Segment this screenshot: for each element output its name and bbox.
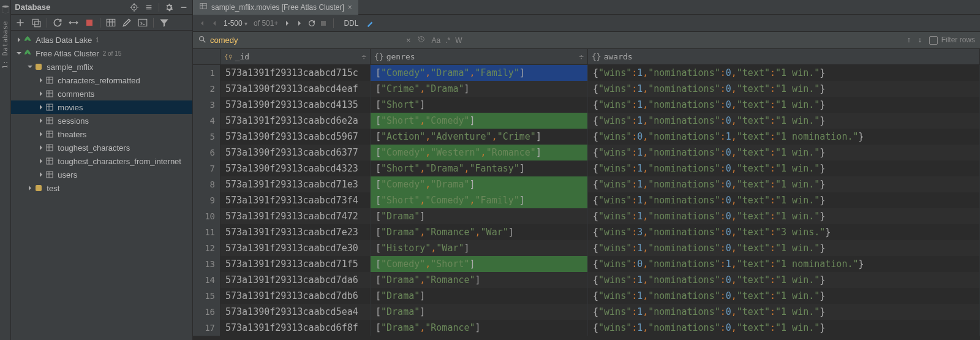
cell-genres[interactable]: ["Drama"] <box>371 304 588 320</box>
minimize-icon[interactable] <box>179 2 189 12</box>
cell-id[interactable]: 573a1391f29313caabcd71f5 <box>221 256 371 272</box>
table-row[interactable]: 9573a1391f29313caabcd73f4["Short", "Come… <box>193 192 980 208</box>
collapse-icon[interactable] <box>144 2 154 12</box>
target-icon[interactable] <box>129 2 139 12</box>
cell-awards[interactable]: {"wins": 1, "nominations": 0, "text": "1… <box>588 320 980 336</box>
add-icon[interactable] <box>15 17 26 28</box>
cell-awards[interactable]: {"wins": 1, "nominations": 0, "text": "1… <box>588 145 980 161</box>
refresh-icon[interactable] <box>52 17 63 28</box>
table-row[interactable]: 11573a1391f29313caabcd7e23["Drama", "Rom… <box>193 224 980 240</box>
col-header-id[interactable]: {⚲_id÷ <box>221 49 371 64</box>
col-header-rownum[interactable] <box>193 49 221 64</box>
cell-genres[interactable]: ["Comedy", "Drama"] <box>371 176 588 192</box>
search-input[interactable] <box>210 36 406 45</box>
prev-page-icon[interactable] <box>211 20 217 26</box>
cell-id[interactable]: 573a1391f29313caabcd71e3 <box>221 176 371 192</box>
table-row[interactable]: 4573a1391f29313caabcd6e2a["Short", "Come… <box>193 113 980 129</box>
prev-match-icon[interactable]: ↑ <box>907 36 911 44</box>
cell-genres[interactable]: ["Drama"] <box>371 208 588 224</box>
tree-node-free-cluster[interactable]: Free Atlas Cluster 2 of 15 <box>11 47 192 60</box>
cell-genres[interactable]: ["Short", "Comedy", "Family"] <box>371 192 588 208</box>
sort-icon[interactable]: ÷ <box>361 52 366 61</box>
cell-awards[interactable]: {"wins": 1, "nominations": 0, "text": "1… <box>588 176 980 192</box>
stop-icon[interactable] <box>84 17 95 28</box>
tree-node-movies[interactable]: movies <box>11 100 192 114</box>
cell-id[interactable]: 573a1391f29313caabcd7e23 <box>221 224 371 240</box>
revert-icon[interactable] <box>320 20 327 27</box>
cell-genres[interactable]: ["Short"] <box>371 97 588 113</box>
ddl-button[interactable]: DDL <box>340 19 362 28</box>
cell-genres[interactable]: ["Action", "Adventure", "Crime"] <box>371 129 588 145</box>
duplicate-icon[interactable] <box>31 17 42 28</box>
tree-node-toughest_characters[interactable]: toughest_characters <box>11 141 192 154</box>
sort-icon[interactable]: ÷ <box>579 52 584 61</box>
search-opt[interactable]: .* <box>445 36 450 45</box>
cell-id[interactable]: 573a1391f29313caabcd6e2a <box>221 113 371 129</box>
tree-node-toughest_characters_from_internet[interactable]: toughest_characters_from_internet <box>11 154 192 168</box>
table-row[interactable]: 13573a1391f29313caabcd71f5["Comedy", "Sh… <box>193 256 980 272</box>
table-row[interactable]: 15573a1391f29313caabcd7db6["Drama"]{"win… <box>193 288 980 304</box>
table-row[interactable]: 7573a1390f29313caabcd4323["Short", "Dram… <box>193 161 980 176</box>
cell-awards[interactable]: {"wins": 1, "nominations": 0, "text": "1… <box>588 65 980 81</box>
cell-genres[interactable]: ["Comedy", "Drama", "Family"] <box>371 65 588 81</box>
cell-id[interactable]: 573a1390f29313caabcd5ea4 <box>221 304 371 320</box>
tree-node-characters_reformatted[interactable]: characters_reformatted <box>11 74 192 87</box>
database-tool-icon[interactable] <box>1 5 10 13</box>
table-row[interactable]: 1573a1391f29313caabcd715c["Comedy", "Dra… <box>193 65 980 81</box>
cell-awards[interactable]: {"wins": 0, "nominations": 1, "text": "1… <box>588 256 980 272</box>
cell-awards[interactable]: {"wins": 1, "nominations": 0, "text": "1… <box>588 288 980 304</box>
table-row[interactable]: 2573a1390f29313caabcd4eaf["Crime", "Dram… <box>193 81 980 97</box>
console-icon[interactable] <box>137 17 148 28</box>
first-page-icon[interactable] <box>198 20 205 27</box>
search-history-icon[interactable] <box>417 35 426 45</box>
tree-node-atlas-data-lake[interactable]: Atlas Data Lake 1 <box>11 33 192 47</box>
filter-rows-toggle[interactable]: Filter rows <box>929 36 975 45</box>
table-row[interactable]: 5573a1390f29313caabcd5967["Action", "Adv… <box>193 129 980 145</box>
tree-node-comments[interactable]: comments <box>11 87 192 100</box>
cell-id[interactable]: 573a1390f29313caabcd4135 <box>221 97 371 113</box>
table-row[interactable]: 6573a1390f29313caabcd6377["Comedy", "Wes… <box>193 145 980 161</box>
cell-genres[interactable]: ["Drama"] <box>371 288 588 304</box>
cell-id[interactable]: 573a1390f29313caabcd4eaf <box>221 81 371 97</box>
cell-awards[interactable]: {"wins": 1, "nominations": 0, "text": "1… <box>588 208 980 224</box>
cell-genres[interactable]: ["Short", "Drama", "Fantasy"] <box>371 161 588 176</box>
table-row[interactable]: 16573a1390f29313caabcd5ea4["Drama"]{"win… <box>193 304 980 320</box>
tree-node-theaters[interactable]: theaters <box>11 127 192 141</box>
table-row[interactable]: 10573a1391f29313caabcd7472["Drama"]{"win… <box>193 208 980 224</box>
edit-icon[interactable] <box>121 17 132 28</box>
table-icon[interactable] <box>105 17 116 28</box>
tree-node-sessions[interactable]: sessions <box>11 114 192 127</box>
filter-icon[interactable] <box>159 17 170 28</box>
cell-id[interactable]: 573a1391f29313caabcd7db6 <box>221 288 371 304</box>
reload-icon[interactable] <box>307 19 316 28</box>
cell-awards[interactable]: {"wins": 1, "nominations": 0, "text": "1… <box>588 161 980 176</box>
gutter-label[interactable]: 1: Database <box>1 21 9 69</box>
gear-icon[interactable] <box>164 2 174 12</box>
cell-id[interactable]: 573a1391f29313caabcd6f8f <box>221 320 371 336</box>
cell-id[interactable]: 573a1391f29313caabcd7da6 <box>221 272 371 288</box>
cell-awards[interactable]: {"wins": 1, "nominations": 0, "text": "1… <box>588 304 980 320</box>
tree-node-test[interactable]: test <box>11 181 192 195</box>
cell-id[interactable]: 573a1390f29313caabcd5967 <box>221 129 371 145</box>
table-row[interactable]: 14573a1391f29313caabcd7da6["Drama", "Rom… <box>193 272 980 288</box>
cell-genres[interactable]: ["Crime", "Drama"] <box>371 81 588 97</box>
last-page-icon[interactable] <box>296 20 304 27</box>
cell-id[interactable]: 573a1391f29313caabcd7472 <box>221 208 371 224</box>
cell-id[interactable]: 573a1390f29313caabcd6377 <box>221 145 371 161</box>
cell-genres[interactable]: ["Drama", "Romance", "War"] <box>371 224 588 240</box>
table-row[interactable]: 8573a1391f29313caabcd71e3["Comedy", "Dra… <box>193 176 980 192</box>
cell-id[interactable]: 573a1391f29313caabcd715c <box>221 65 371 81</box>
cell-id[interactable]: 573a1390f29313caabcd4323 <box>221 161 371 176</box>
data-grid[interactable]: {⚲_id÷ {}genres÷ {}awards 1573a1391f2931… <box>193 49 980 340</box>
col-header-awards[interactable]: {}awards <box>588 49 980 64</box>
search-opt[interactable]: W <box>455 36 462 45</box>
pager-range[interactable]: 1-500 ▾ <box>224 19 247 28</box>
cell-awards[interactable]: {"wins": 1, "nominations": 0, "text": "1… <box>588 97 980 113</box>
col-header-genres[interactable]: {}genres÷ <box>371 49 588 64</box>
search-opt[interactable]: Aa <box>432 36 441 45</box>
cell-awards[interactable]: {"wins": 1, "nominations": 0, "text": "1… <box>588 272 980 288</box>
cell-awards[interactable]: {"wins": 1, "nominations": 0, "text": "1… <box>588 81 980 97</box>
cell-awards[interactable]: {"wins": 1, "nominations": 0, "text": "1… <box>588 113 980 129</box>
cell-awards[interactable]: {"wins": 1, "nominations": 0, "text": "1… <box>588 192 980 208</box>
cell-genres[interactable]: ["Drama", "Romance"] <box>371 320 588 336</box>
